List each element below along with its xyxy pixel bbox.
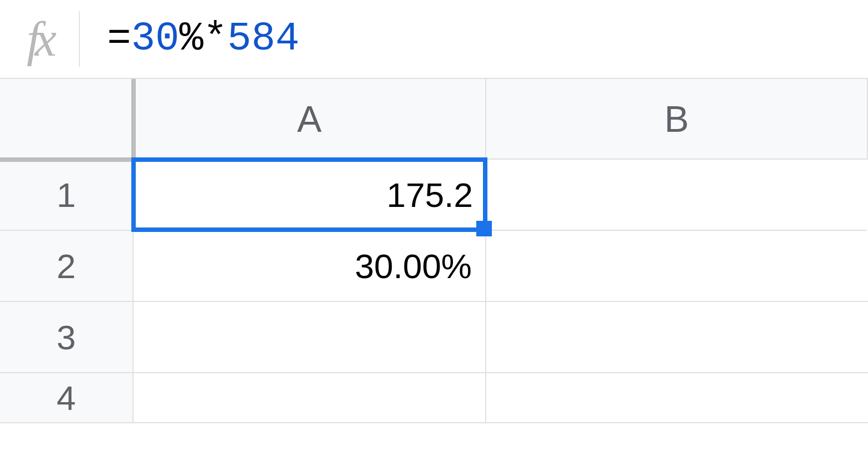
cell-A2-value: 30.00% [355, 246, 472, 286]
formula-equals: = [107, 16, 131, 62]
formula-input[interactable]: = 30 %* 584 [107, 16, 300, 62]
formula-token-0: 30 [131, 16, 179, 62]
row-3: 3 [0, 302, 868, 373]
row-2: 2 30.00% [0, 231, 868, 302]
cell-B1[interactable] [485, 160, 867, 231]
row-4: 4 [0, 373, 868, 444]
cell-A4[interactable] [134, 373, 486, 423]
row-header-4[interactable]: 4 [0, 373, 134, 423]
row-1: 1 175.2 [0, 160, 868, 231]
cell-A3[interactable] [134, 302, 486, 373]
row-header-3[interactable]: 3 [0, 302, 134, 373]
formula-divider [79, 11, 80, 67]
cell-B3[interactable] [486, 302, 868, 373]
cell-A1[interactable]: 175.2 [131, 157, 487, 232]
formula-token-1: %* [179, 16, 227, 62]
formula-bar: fx = 30 %* 584 [0, 0, 868, 78]
fill-handle[interactable] [476, 221, 492, 236]
row-header-1[interactable]: 1 [0, 160, 134, 231]
select-all-corner[interactable] [0, 79, 134, 160]
cell-A1-value: 175.2 [387, 175, 473, 215]
cell-B2[interactable] [486, 231, 868, 302]
column-header-B[interactable]: B [486, 79, 868, 160]
column-header-A[interactable]: A [134, 79, 486, 160]
spreadsheet-grid: A B 1 175.2 2 30.00% 3 4 [0, 78, 868, 444]
formula-token-2: 584 [228, 16, 300, 62]
column-header-row: A B [0, 79, 868, 160]
cell-B4[interactable] [486, 373, 868, 423]
fx-icon: fx [27, 11, 79, 67]
cell-A2[interactable]: 30.00% [134, 231, 486, 302]
row-header-2[interactable]: 2 [0, 231, 134, 302]
